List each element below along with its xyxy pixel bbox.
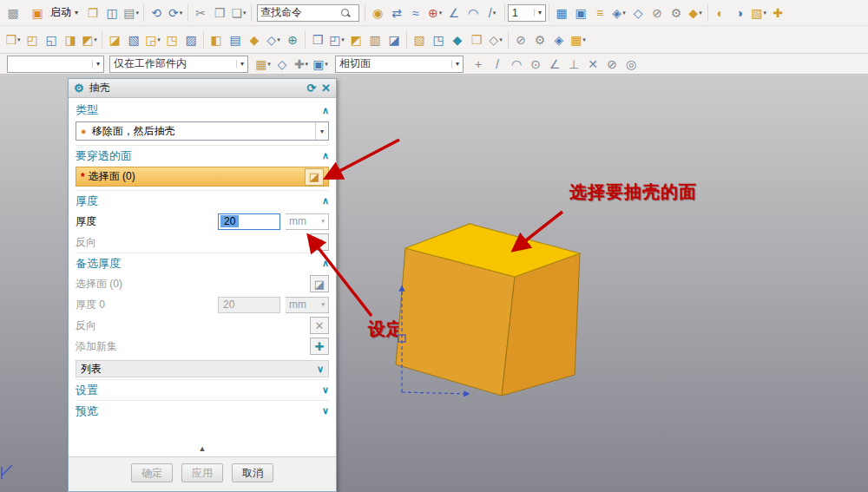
command-search-box[interactable] <box>257 4 359 22</box>
toolbar-icon[interactable]: ◱ <box>42 30 61 49</box>
toolbar-icon[interactable]: ⊥ <box>564 55 583 74</box>
toolbar-icon[interactable]: ◩▾ <box>80 30 99 49</box>
toolbar-icon[interactable]: ⟳▾ <box>166 3 185 23</box>
toolbar-icon[interactable]: ◆▾ <box>686 3 705 23</box>
chevron-up-icon[interactable]: ∧ <box>322 105 329 116</box>
toolbar-icon[interactable]: ▤▾ <box>122 3 141 23</box>
toolbar-icon[interactable]: ❒ <box>467 30 486 49</box>
alt-reverse-icon[interactable]: ✕ <box>310 317 329 334</box>
toolbar-icon[interactable]: ✚ <box>768 3 787 23</box>
alt-unit-select[interactable]: mm ▾ <box>286 297 329 313</box>
toolbar-icon[interactable]: ⊘ <box>511 30 530 49</box>
command-search-input[interactable] <box>260 7 340 19</box>
chevron-up-icon[interactable]: ∧ <box>322 258 329 269</box>
toolbar-icon[interactable]: ▦▾ <box>253 55 273 74</box>
toolbar-icon[interactable]: ▦ <box>552 3 571 23</box>
toolbar-icon[interactable]: ▣ <box>571 3 590 23</box>
thickness-input[interactable]: 20 <box>218 213 280 230</box>
thickness-unit-select[interactable]: mm ▾ <box>286 213 329 230</box>
toolbar-icon[interactable]: ✂ <box>191 3 210 23</box>
ok-button[interactable]: 确定 <box>131 463 173 482</box>
toolbar-icon[interactable]: ◠ <box>464 3 483 23</box>
toolbar-icon[interactable]: ◫ <box>102 3 122 23</box>
toolbar-icon[interactable]: ▧▾ <box>749 3 768 23</box>
toolbar-icon[interactable]: ◪ <box>385 30 404 49</box>
toolbar-icon[interactable]: ⚙ <box>667 3 686 23</box>
graphics-viewport[interactable]: 选择要抽壳的面 设定壳的厚度 <box>0 75 868 492</box>
toolbar-icon[interactable]: ▨ <box>181 30 201 49</box>
toolbar-icon[interactable]: ❐ <box>83 3 102 23</box>
cancel-button[interactable]: 取消 <box>232 463 273 482</box>
snap-face-combo[interactable]: 相切面 ▾ <box>335 56 464 73</box>
toolbar-icon[interactable]: ▤ <box>226 30 245 49</box>
toolbar-icon[interactable]: ≈ <box>406 3 425 23</box>
apply-button[interactable]: 应用 <box>181 463 223 482</box>
toolbar-icon[interactable]: ✕ <box>583 55 602 74</box>
section-preview[interactable]: 预览 ∨ <box>76 400 329 421</box>
toolbar-icon[interactable]: ❒ <box>308 30 327 49</box>
toolbar-icon[interactable]: ⊘ <box>602 55 621 74</box>
toolbar-icon[interactable]: ◩ <box>346 30 365 49</box>
list-bar[interactable]: 列表 ∨ <box>76 360 329 377</box>
toolbar-icon[interactable]: ⊕ <box>283 30 302 49</box>
toolbar-icon[interactable]: ◪ <box>105 30 124 49</box>
chevron-down-icon[interactable]: ∨ <box>317 364 324 375</box>
section-alternate-thickness[interactable]: 备选厚度 ∧ <box>76 253 329 273</box>
chevron-up-icon[interactable]: ∧ <box>322 150 329 161</box>
toolbar-icon[interactable]: ◲▾ <box>143 30 162 49</box>
toolbar-icon[interactable]: /▾ <box>483 3 502 23</box>
toolbar-icon[interactable]: ▣▾ <box>311 55 330 74</box>
view-scale-select[interactable]: 1 ▾ <box>508 4 546 22</box>
dialog-resize-handle[interactable]: ▲ <box>76 444 329 456</box>
section-type[interactable]: 类型 ∧ <box>76 100 329 121</box>
toolbar-icon[interactable]: ◐ <box>711 3 730 23</box>
box-top-face-highlighted[interactable] <box>405 224 580 277</box>
toolbar-icon[interactable]: ❒ <box>210 3 229 23</box>
toolbar-icon[interactable]: ◆ <box>245 30 264 49</box>
toolbar-icon[interactable]: ⊘ <box>648 3 667 23</box>
close-icon[interactable]: ✕ <box>321 82 331 95</box>
reset-icon[interactable]: ⟳ <box>306 82 316 95</box>
toolbar-icon[interactable]: ◈ <box>549 30 569 49</box>
section-settings[interactable]: 设置 ∨ <box>76 379 329 400</box>
toolbar-icon[interactable]: ∠ <box>545 55 564 74</box>
chevron-down-icon[interactable]: ∨ <box>322 405 329 417</box>
toolbar-icon[interactable]: ◇ <box>273 55 292 74</box>
toolbar-icon[interactable]: ▩ <box>3 3 23 23</box>
toolbar-icon[interactable]: ◠ <box>507 55 526 74</box>
toolbar-icon[interactable]: ◈▾ <box>609 3 628 23</box>
selection-filter-combo[interactable]: ▾ <box>7 56 104 73</box>
toolbar-icon[interactable]: ▥ <box>365 30 385 49</box>
toolbar-icon[interactable]: ▧ <box>410 30 429 49</box>
toolbar-icon[interactable]: ◰ <box>23 30 42 49</box>
pierce-face-selector[interactable]: * 选择面 (0) ◪ <box>76 167 329 187</box>
dialog-titlebar[interactable]: ⚙ 抽壳 ⟳ ✕ <box>69 79 336 98</box>
toolbar-icon[interactable]: ◑ <box>730 3 749 23</box>
chevron-up-icon[interactable]: ∧ <box>322 195 329 207</box>
chevron-down-icon[interactable]: ∨ <box>322 384 329 396</box>
toolbar-icon[interactable]: ▦▾ <box>569 30 588 49</box>
toolbar-icon[interactable]: ≡ <box>590 3 609 23</box>
toolbar-icon[interactable]: ◉ <box>368 3 387 23</box>
toolbar-icon[interactable]: ◧ <box>207 30 226 49</box>
toolbar-icon[interactable]: ◨ <box>61 30 80 49</box>
toolbar-icon[interactable]: ∠ <box>444 3 464 23</box>
toolbar-icon[interactable]: ◳ <box>429 30 448 49</box>
section-pierce-faces[interactable]: 要穿透的面 ∧ <box>76 145 329 166</box>
toolbar-icon[interactable]: ⇄ <box>387 3 406 23</box>
toolbar-icon[interactable]: ❏▾ <box>229 3 248 23</box>
toolbar-icon[interactable]: ◳ <box>162 30 181 49</box>
shell-type-dropdown[interactable]: ● 移除面，然后抽壳 ▾ <box>76 121 329 141</box>
alt-thickness-input[interactable]: 20 <box>218 297 280 313</box>
start-menu-button[interactable]: ▣ 启动 ▾ <box>23 3 83 23</box>
reverse-direction-icon[interactable]: ✕ <box>310 233 329 251</box>
toolbar-icon[interactable]: ▧ <box>124 30 143 49</box>
selection-scope-combo[interactable]: 仅在工作部件内 ▾ <box>109 56 248 73</box>
toolbar-icon[interactable]: ⚙ <box>530 30 549 49</box>
toolbar-icon[interactable]: ⊙ <box>526 55 545 74</box>
toolbar-icon[interactable]: ◆ <box>448 30 467 49</box>
toolbar-icon[interactable]: ⊕▾ <box>425 3 444 23</box>
box-right-face[interactable] <box>502 253 580 396</box>
face-select-icon[interactable]: ◪ <box>305 168 324 186</box>
add-new-set-icon[interactable]: ✚ <box>310 338 329 355</box>
